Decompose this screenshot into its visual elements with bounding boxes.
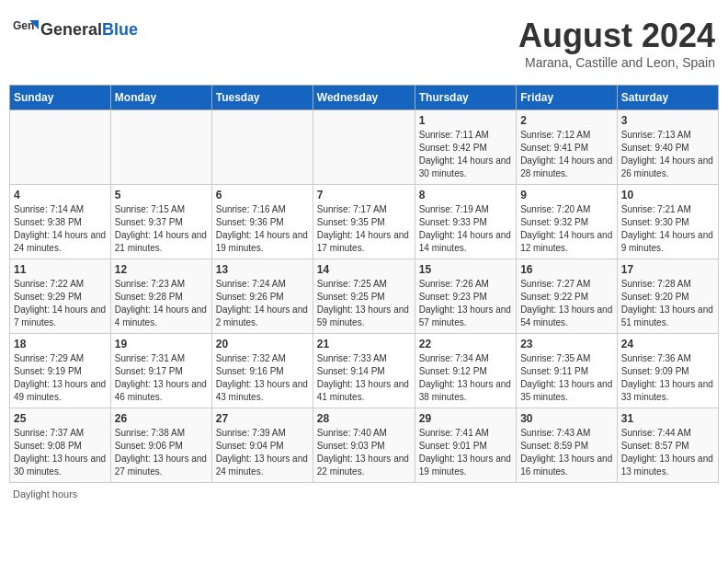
- day-number: 1: [419, 114, 512, 127]
- day-info: Sunrise: 7:12 AMSunset: 9:41 PMDaylight:…: [520, 129, 613, 180]
- day-info: Sunrise: 7:36 AMSunset: 9:09 PMDaylight:…: [621, 352, 714, 404]
- day-info: Sunrise: 7:34 AMSunset: 9:12 PMDaylight:…: [419, 352, 512, 404]
- day-header-tuesday: Tuesday: [211, 86, 313, 110]
- day-info: Sunrise: 7:14 AMSunset: 9:38 PMDaylight:…: [14, 203, 107, 255]
- day-info: Sunrise: 7:23 AMSunset: 9:28 PMDaylight:…: [115, 278, 208, 329]
- day-header-wednesday: Wednesday: [313, 86, 415, 110]
- day-number: 3: [621, 114, 714, 127]
- day-number: 31: [621, 412, 714, 425]
- week-row-1: 1Sunrise: 7:11 AMSunset: 9:42 PMDaylight…: [10, 110, 719, 185]
- day-number: 29: [419, 412, 512, 425]
- day-cell: 30Sunrise: 7:43 AMSunset: 8:59 PMDayligh…: [517, 408, 618, 483]
- day-number: 26: [115, 412, 208, 425]
- calendar-subtitle: Marana, Castille and Leon, Spain: [518, 55, 715, 70]
- day-info: Sunrise: 7:15 AMSunset: 9:37 PMDaylight:…: [115, 203, 208, 255]
- day-info: Sunrise: 7:29 AMSunset: 9:19 PMDaylight:…: [14, 352, 107, 404]
- day-info: Sunrise: 7:33 AMSunset: 9:14 PMDaylight:…: [317, 352, 411, 404]
- day-info: Sunrise: 7:40 AMSunset: 9:03 PMDaylight:…: [317, 427, 411, 478]
- day-info: Sunrise: 7:44 AMSunset: 8:57 PMDaylight:…: [621, 427, 714, 478]
- day-number: 27: [216, 412, 309, 425]
- header: Gen GeneralBlue August 2024 Marana, Cast…: [9, 9, 719, 77]
- day-cell: 11Sunrise: 7:22 AMSunset: 9:29 PMDayligh…: [10, 259, 111, 334]
- day-cell: 21Sunrise: 7:33 AMSunset: 9:14 PMDayligh…: [313, 334, 415, 408]
- day-header-monday: Monday: [110, 86, 211, 110]
- week-row-4: 18Sunrise: 7:29 AMSunset: 9:19 PMDayligh…: [10, 334, 719, 408]
- day-header-thursday: Thursday: [415, 86, 516, 110]
- day-info: Sunrise: 7:31 AMSunset: 9:17 PMDaylight:…: [115, 352, 208, 404]
- calendar-table: SundayMondayTuesdayWednesdayThursdayFrid…: [9, 85, 719, 483]
- day-cell: 24Sunrise: 7:36 AMSunset: 9:09 PMDayligh…: [617, 334, 718, 408]
- day-cell: 13Sunrise: 7:24 AMSunset: 9:26 PMDayligh…: [211, 259, 313, 334]
- logo-text-general: General: [40, 20, 102, 39]
- day-info: Sunrise: 7:17 AMSunset: 9:35 PMDaylight:…: [317, 203, 411, 255]
- day-cell: [211, 110, 313, 185]
- day-number: 23: [520, 338, 613, 350]
- day-info: Sunrise: 7:27 AMSunset: 9:22 PMDaylight:…: [520, 278, 613, 329]
- day-number: 21: [317, 338, 411, 350]
- day-cell: 7Sunrise: 7:17 AMSunset: 9:35 PMDaylight…: [313, 185, 415, 259]
- footer-note: Daylight hours: [9, 488, 719, 500]
- day-cell: 18Sunrise: 7:29 AMSunset: 9:19 PMDayligh…: [10, 334, 111, 408]
- day-info: Sunrise: 7:41 AMSunset: 9:01 PMDaylight:…: [419, 427, 512, 478]
- day-number: 20: [216, 338, 309, 350]
- day-cell: 26Sunrise: 7:38 AMSunset: 9:06 PMDayligh…: [110, 408, 211, 483]
- day-number: 7: [317, 189, 411, 201]
- day-cell: [10, 110, 111, 185]
- day-number: 17: [621, 263, 714, 276]
- title-area: August 2024 Marana, Castille and Leon, S…: [518, 17, 715, 70]
- day-info: Sunrise: 7:39 AMSunset: 9:04 PMDaylight:…: [216, 427, 309, 478]
- day-cell: 3Sunrise: 7:13 AMSunset: 9:40 PMDaylight…: [617, 110, 718, 185]
- logo-icon: Gen: [13, 17, 39, 42]
- day-cell: 6Sunrise: 7:16 AMSunset: 9:36 PMDaylight…: [211, 185, 313, 259]
- day-number: 28: [317, 412, 411, 425]
- day-cell: 15Sunrise: 7:26 AMSunset: 9:23 PMDayligh…: [415, 259, 516, 334]
- day-info: Sunrise: 7:38 AMSunset: 9:06 PMDaylight:…: [115, 427, 208, 478]
- day-number: 9: [520, 189, 613, 201]
- day-info: Sunrise: 7:28 AMSunset: 9:20 PMDaylight:…: [621, 278, 714, 329]
- day-info: Sunrise: 7:35 AMSunset: 9:11 PMDaylight:…: [520, 352, 613, 404]
- day-number: 6: [216, 189, 309, 201]
- day-cell: 20Sunrise: 7:32 AMSunset: 9:16 PMDayligh…: [211, 334, 313, 408]
- day-cell: 29Sunrise: 7:41 AMSunset: 9:01 PMDayligh…: [415, 408, 516, 483]
- day-number: 2: [520, 114, 613, 127]
- day-info: Sunrise: 7:20 AMSunset: 9:32 PMDaylight:…: [520, 203, 613, 255]
- day-info: Sunrise: 7:37 AMSunset: 9:08 PMDaylight:…: [14, 427, 107, 478]
- day-header-sunday: Sunday: [10, 86, 111, 110]
- day-info: Sunrise: 7:32 AMSunset: 9:16 PMDaylight:…: [216, 352, 309, 404]
- day-info: Sunrise: 7:19 AMSunset: 9:33 PMDaylight:…: [419, 203, 512, 255]
- day-info: Sunrise: 7:21 AMSunset: 9:30 PMDaylight:…: [621, 203, 714, 255]
- day-cell: 8Sunrise: 7:19 AMSunset: 9:33 PMDaylight…: [415, 185, 516, 259]
- day-info: Sunrise: 7:11 AMSunset: 9:42 PMDaylight:…: [419, 129, 512, 180]
- calendar-title: August 2024: [518, 17, 715, 55]
- day-number: 11: [14, 263, 107, 276]
- day-cell: 19Sunrise: 7:31 AMSunset: 9:17 PMDayligh…: [110, 334, 211, 408]
- day-header-saturday: Saturday: [617, 86, 718, 110]
- day-cell: 31Sunrise: 7:44 AMSunset: 8:57 PMDayligh…: [617, 408, 718, 483]
- day-number: 5: [115, 189, 208, 201]
- day-number: 19: [115, 338, 208, 350]
- day-info: Sunrise: 7:16 AMSunset: 9:36 PMDaylight:…: [216, 203, 309, 255]
- day-number: 13: [216, 263, 309, 276]
- day-info: Sunrise: 7:43 AMSunset: 8:59 PMDaylight:…: [520, 427, 613, 478]
- week-row-5: 25Sunrise: 7:37 AMSunset: 9:08 PMDayligh…: [10, 408, 719, 483]
- day-info: Sunrise: 7:22 AMSunset: 9:29 PMDaylight:…: [14, 278, 107, 329]
- logo: Gen GeneralBlue: [13, 17, 138, 42]
- day-cell: 14Sunrise: 7:25 AMSunset: 9:25 PMDayligh…: [313, 259, 415, 334]
- week-row-2: 4Sunrise: 7:14 AMSunset: 9:38 PMDaylight…: [10, 185, 719, 259]
- day-cell: 5Sunrise: 7:15 AMSunset: 9:37 PMDaylight…: [110, 185, 211, 259]
- day-header-friday: Friday: [517, 86, 618, 110]
- day-number: 18: [14, 338, 107, 350]
- day-info: Sunrise: 7:13 AMSunset: 9:40 PMDaylight:…: [621, 129, 714, 180]
- day-cell: 9Sunrise: 7:20 AMSunset: 9:32 PMDaylight…: [517, 185, 618, 259]
- day-cell: 28Sunrise: 7:40 AMSunset: 9:03 PMDayligh…: [313, 408, 415, 483]
- week-row-3: 11Sunrise: 7:22 AMSunset: 9:29 PMDayligh…: [10, 259, 719, 334]
- day-number: 16: [520, 263, 613, 276]
- day-cell: 2Sunrise: 7:12 AMSunset: 9:41 PMDaylight…: [517, 110, 618, 185]
- day-info: Sunrise: 7:24 AMSunset: 9:26 PMDaylight:…: [216, 278, 309, 329]
- day-number: 8: [419, 189, 512, 201]
- day-cell: 22Sunrise: 7:34 AMSunset: 9:12 PMDayligh…: [415, 334, 516, 408]
- day-info: Sunrise: 7:25 AMSunset: 9:25 PMDaylight:…: [317, 278, 411, 329]
- day-cell: 1Sunrise: 7:11 AMSunset: 9:42 PMDaylight…: [415, 110, 516, 185]
- day-cell: [110, 110, 211, 185]
- day-cell: 17Sunrise: 7:28 AMSunset: 9:20 PMDayligh…: [617, 259, 718, 334]
